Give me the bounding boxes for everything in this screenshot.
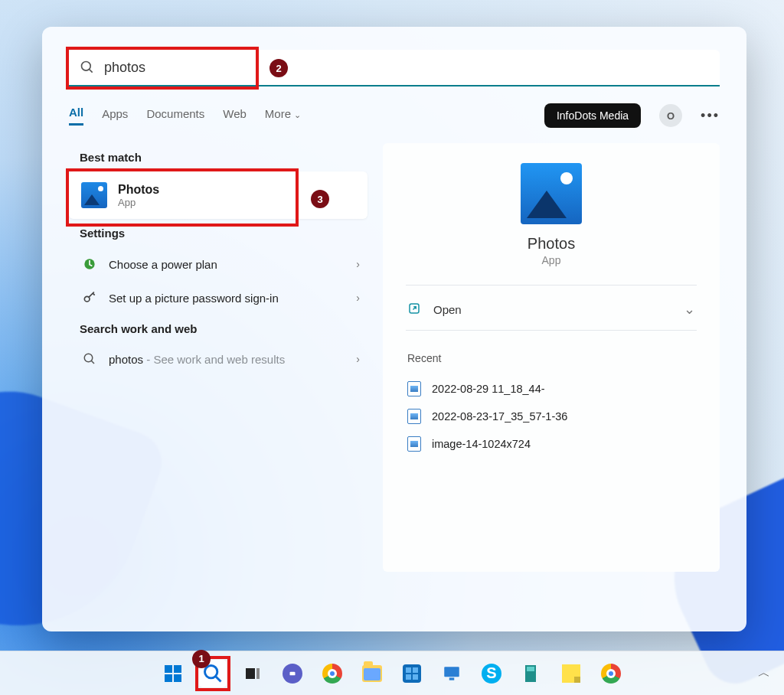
search-input[interactable] [69, 50, 720, 86]
detail-pane: Photos App Open ⌄ Recent 2022-08-29 11_1… [383, 143, 720, 572]
recent-file[interactable]: image-14-1024x724 [406, 430, 697, 458]
chevron-right-icon: › [356, 258, 360, 270]
chrome-button[interactable] [318, 659, 347, 688]
detail-subtitle: App [406, 254, 697, 266]
web-search-label: photos - See work and web results [109, 353, 285, 366]
photos-app-icon [81, 182, 107, 208]
ms-store-button[interactable] [397, 659, 426, 688]
chrome-icon [322, 664, 342, 684]
tab-apps[interactable]: Apps [102, 107, 128, 125]
svg-rect-12 [444, 667, 459, 677]
recent-file-name: image-14-1024x724 [432, 438, 531, 450]
image-file-icon [407, 436, 421, 452]
windows-logo-icon [165, 665, 181, 682]
monitor-icon [442, 664, 462, 684]
detail-title: Photos [406, 235, 697, 253]
power-plan-icon [81, 256, 98, 272]
svg-point-0 [82, 62, 91, 71]
settings-item-label: Choose a power plan [109, 258, 217, 271]
teams-icon [283, 664, 302, 684]
tab-web[interactable]: Web [223, 107, 247, 125]
step-badge-2: 2 [270, 59, 288, 77]
search-taskbar-button[interactable]: 1 [198, 659, 227, 688]
settings-heading: Settings [80, 227, 368, 240]
skype-button[interactable]: S [477, 659, 506, 688]
start-button[interactable] [158, 659, 188, 688]
file-explorer-button[interactable] [358, 659, 387, 688]
chevron-right-icon: › [356, 353, 360, 365]
result-title: Photos [118, 183, 159, 197]
book-icon [522, 664, 541, 684]
tab-all[interactable]: All [69, 106, 83, 126]
svg-line-1 [90, 70, 93, 73]
taskbar: 1 S ︿ [0, 651, 784, 695]
image-file-icon [407, 381, 421, 396]
svg-point-4 [84, 354, 93, 362]
result-subtitle: App [118, 197, 159, 208]
search-bar: 2 [69, 50, 720, 86]
results-column: Best match Photos App 3 Settings Choose … [69, 143, 368, 572]
svg-point-7 [205, 665, 217, 677]
tab-more[interactable]: More ⌄ [265, 107, 301, 125]
key-icon [81, 290, 98, 305]
open-action[interactable]: Open [407, 302, 462, 318]
svg-point-3 [84, 296, 90, 302]
image-file-icon [407, 409, 421, 424]
svg-rect-11 [290, 671, 296, 675]
task-view-icon [243, 664, 262, 683]
tab-documents[interactable]: Documents [146, 107, 204, 125]
settings-item-label: Set up a picture password sign-in [109, 292, 279, 305]
step-badge-1: 1 [192, 650, 211, 668]
recent-file[interactable]: 2022-08-29 11_18_44- [406, 375, 697, 403]
account-badge[interactable]: InfoDots Media [544, 103, 641, 128]
search-icon [80, 60, 95, 78]
more-options-button[interactable]: ••• [701, 108, 720, 124]
svg-rect-15 [527, 667, 534, 671]
folder-icon [362, 665, 382, 682]
search-icon [81, 352, 98, 366]
chrome-icon [601, 664, 621, 684]
svg-line-8 [216, 676, 221, 681]
recent-file[interactable]: 2022-08-23-17_35_57-1-36 [406, 403, 697, 430]
divider [406, 285, 697, 286]
show-hidden-icons-button[interactable]: ︿ [758, 665, 770, 681]
svg-rect-13 [449, 677, 455, 680]
recent-file-name: 2022-08-23-17_35_57-1-36 [432, 410, 567, 423]
monitor-app-button[interactable] [437, 659, 466, 688]
open-label: Open [433, 303, 462, 316]
divider [406, 330, 697, 331]
task-view-button[interactable] [238, 659, 267, 688]
skype-icon: S [482, 664, 501, 684]
open-icon [407, 302, 421, 318]
web-search-item[interactable]: photos - See work and web results › [69, 343, 368, 375]
best-match-heading: Best match [80, 151, 368, 164]
chevron-down-icon: ⌄ [294, 110, 301, 119]
chrome-button-2[interactable] [596, 659, 626, 688]
store-icon [403, 664, 421, 683]
chevron-right-icon: › [356, 292, 360, 304]
settings-item-power-plan[interactable]: Choose a power plan › [69, 247, 368, 281]
start-menu-search-panel: 2 All Apps Documents Web More ⌄ InfoDots… [42, 27, 746, 631]
svg-line-5 [91, 361, 94, 364]
photos-app-icon-large [521, 163, 582, 224]
chevron-down-icon[interactable]: ⌄ [684, 301, 695, 318]
best-match-result[interactable]: Photos App 3 [69, 171, 368, 219]
svg-rect-9 [246, 668, 255, 679]
settings-item-picture-password[interactable]: Set up a picture password sign-in › [69, 281, 368, 315]
avatar[interactable]: O [659, 104, 682, 127]
filter-tabs: All Apps Documents Web More ⌄ InfoDots M… [69, 103, 720, 128]
teams-button[interactable] [278, 659, 307, 688]
step-badge-3: 3 [311, 190, 329, 208]
chevron-up-icon: ︿ [758, 666, 770, 679]
search-web-heading: Search work and web [80, 322, 368, 335]
recent-heading: Recent [407, 352, 697, 364]
sticky-notes-button[interactable] [557, 659, 586, 688]
sticky-note-icon [562, 664, 580, 683]
svg-rect-10 [256, 668, 260, 679]
office-app-button[interactable] [517, 659, 546, 688]
recent-file-name: 2022-08-29 11_18_44- [432, 383, 545, 395]
